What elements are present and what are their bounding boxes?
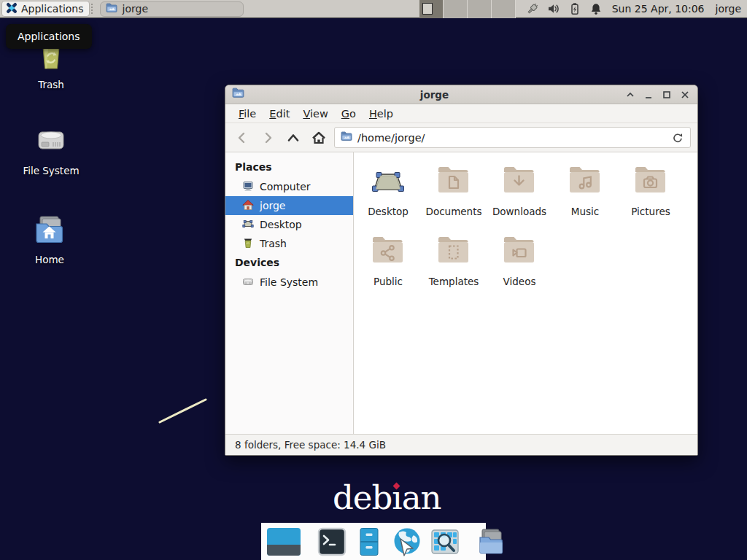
menu-edit[interactable]: Edit xyxy=(263,106,296,122)
desktop-icon-label: File System xyxy=(23,165,79,176)
file-desktop[interactable]: Desktop xyxy=(355,163,421,217)
directory-menu-launcher[interactable] xyxy=(476,527,506,556)
maximize-button[interactable] xyxy=(661,89,673,101)
toolbar: /home/jorge/ xyxy=(225,122,697,152)
file-music[interactable]: Music xyxy=(552,163,618,217)
minimize-button[interactable] xyxy=(643,89,654,101)
desktop-icon-label: Trash xyxy=(38,79,64,90)
close-button[interactable] xyxy=(679,89,691,101)
sidebar-item-file-system[interactable]: File System xyxy=(225,273,353,292)
show-desktop-button[interactable] xyxy=(266,526,301,557)
sidebar-item-computer[interactable]: Computer xyxy=(225,177,353,196)
documents-folder-icon xyxy=(436,163,471,201)
applications-tooltip: Applications xyxy=(6,24,92,49)
public-folder-icon xyxy=(371,233,406,271)
menu-go[interactable]: Go xyxy=(335,106,363,122)
reload-button[interactable] xyxy=(671,131,684,144)
xfce-logo-icon xyxy=(6,2,18,16)
desktop-icon-label: Home xyxy=(35,254,64,265)
up-button[interactable] xyxy=(283,128,303,148)
menu-file[interactable]: File xyxy=(232,106,263,122)
bottom-dock-panel xyxy=(261,523,486,560)
videos-folder-icon xyxy=(502,233,537,271)
terminal-launcher[interactable] xyxy=(317,527,347,556)
web-browser-launcher[interactable] xyxy=(392,526,422,557)
location-path: /home/jorge/ xyxy=(357,132,425,144)
desktop-folder-icon xyxy=(371,163,406,201)
file-manager-window-icon xyxy=(106,2,117,16)
file-manager-window: jorge File Edit View Go Help xyxy=(225,85,698,456)
file-pictures[interactable]: Pictures xyxy=(618,163,684,217)
file-downloads[interactable]: Downloads xyxy=(487,163,552,217)
file-manager-launcher[interactable] xyxy=(355,527,384,556)
menu-help[interactable]: Help xyxy=(363,106,400,122)
file-public[interactable]: Public xyxy=(355,233,421,287)
statusbar: 8 folders, Free space: 14.4 GiB xyxy=(225,434,697,455)
trash-icon xyxy=(242,237,254,251)
panel-clock[interactable]: Sun 25 Apr, 10:06 xyxy=(612,3,705,15)
sidebar-item-trash[interactable]: Trash xyxy=(225,234,353,253)
menubar: File Edit View Go Help xyxy=(225,104,697,122)
applications-menu-button[interactable]: Applications xyxy=(1,1,90,17)
menu-view[interactable]: View xyxy=(296,106,334,122)
window-folder-icon xyxy=(232,87,244,102)
desktop-icon-home[interactable]: Home xyxy=(9,213,90,265)
top-panel: Applications jorge xyxy=(0,0,747,18)
workspace-switcher xyxy=(419,0,516,18)
sidebar-item-desktop[interactable]: Desktop xyxy=(225,215,353,234)
location-bar[interactable]: /home/jorge/ xyxy=(334,127,691,148)
home-folder-icon xyxy=(32,213,67,250)
file-view[interactable]: Desktop Documents xyxy=(354,152,697,434)
taskbar-window-label: jorge xyxy=(123,3,148,15)
workspace-4[interactable] xyxy=(492,0,516,18)
back-button[interactable] xyxy=(232,128,252,148)
path-folder-icon xyxy=(341,131,352,144)
taskbar-window-button[interactable]: jorge xyxy=(100,1,244,17)
computer-icon xyxy=(242,180,254,194)
workspace-1[interactable] xyxy=(419,0,444,18)
applications-menu-label: Applications xyxy=(21,3,84,15)
panel-handle xyxy=(91,4,96,14)
forward-button[interactable] xyxy=(258,128,278,148)
volume-icon[interactable] xyxy=(547,2,560,15)
sidebar-item-jorge[interactable]: jorge xyxy=(225,196,353,215)
home-button[interactable] xyxy=(309,128,329,148)
titlebar[interactable]: jorge xyxy=(225,85,697,104)
music-folder-icon xyxy=(568,163,603,201)
desktop-icon-file-system[interactable]: File System xyxy=(11,124,91,176)
window-title: jorge xyxy=(244,89,624,101)
workspace-3[interactable] xyxy=(468,0,492,18)
sidebar-header-places: Places xyxy=(225,158,353,177)
drive-icon xyxy=(242,276,254,289)
file-templates[interactable]: Templates xyxy=(421,233,487,287)
file-documents[interactable]: Documents xyxy=(421,163,487,217)
statusbar-text: 8 folders, Free space: 14.4 GiB xyxy=(235,439,386,451)
app-finder-launcher[interactable] xyxy=(430,527,460,556)
templates-folder-icon xyxy=(436,233,471,271)
battery-icon[interactable] xyxy=(568,2,581,15)
file-videos[interactable]: Videos xyxy=(487,233,552,287)
notifications-icon[interactable] xyxy=(589,2,603,15)
workspace-window-thumb xyxy=(422,3,433,15)
sidebar-header-devices: Devices xyxy=(225,253,353,273)
drive-icon xyxy=(34,124,68,161)
network-icon[interactable] xyxy=(526,2,539,15)
desktop-stray-line xyxy=(153,394,214,429)
workspace-2[interactable] xyxy=(444,0,468,18)
system-tray xyxy=(526,2,603,15)
debian-wallpaper-logo: debıan xyxy=(333,478,441,517)
panel-username: jorge xyxy=(716,3,741,15)
home-icon xyxy=(242,199,254,213)
pictures-folder-icon xyxy=(633,163,668,201)
shade-button[interactable] xyxy=(624,89,636,101)
downloads-folder-icon xyxy=(502,163,537,201)
sidebar: Places Computer xyxy=(225,152,354,434)
desktop-icon xyxy=(242,218,254,232)
